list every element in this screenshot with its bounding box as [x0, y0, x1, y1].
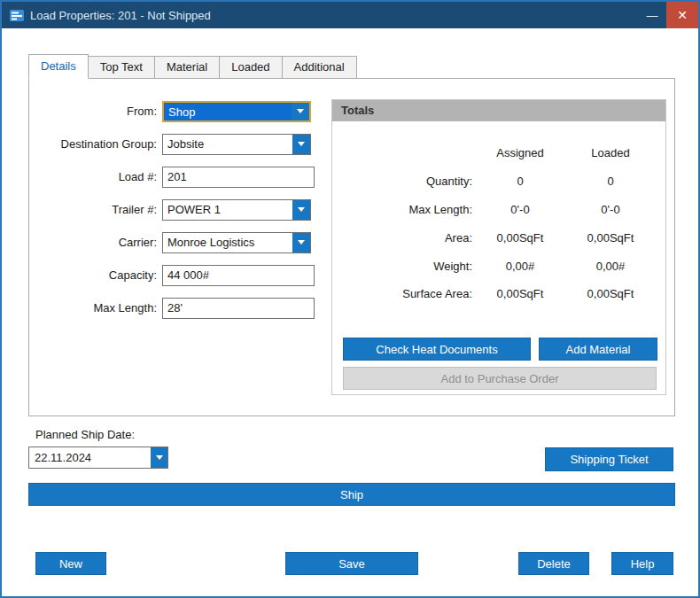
chevron-down-icon	[298, 240, 305, 245]
planned-ship-date-label: Planned Ship Date:	[35, 428, 135, 441]
details-tab-content: From: Shop Destination Group: Jobsite Lo…	[28, 78, 675, 416]
surface-area-label: Surface Area:	[338, 287, 476, 300]
from-combo[interactable]: Shop	[162, 101, 311, 122]
capacity-label: Capacity:	[29, 268, 162, 282]
tab-top-text[interactable]: Top Text	[89, 56, 155, 79]
load-number-row: Load #:	[29, 166, 315, 188]
loaded-column-header: Loaded	[564, 146, 657, 159]
load-number-label: Load #:	[29, 170, 162, 183]
max-length-assigned-value: 0'-0	[476, 203, 564, 216]
trailer-number-combo-dropdown-button[interactable]	[292, 200, 310, 220]
weight-label: Weight:	[338, 260, 476, 273]
chevron-down-icon	[297, 109, 304, 113]
destination-group-label: Destination Group:	[29, 137, 162, 151]
titlebar[interactable]: Load Properties: 201 - Not Shipped — ✕	[2, 2, 698, 28]
weight-assigned-value: 0,00#	[476, 260, 564, 273]
carrier-combo[interactable]: Monroe Logistics	[162, 232, 311, 253]
from-combo-dropdown-button[interactable]	[292, 103, 309, 120]
quantity-assigned-value: 0	[476, 175, 564, 188]
max-length-label: Max Length:	[29, 301, 162, 315]
planned-ship-date-dropdown-button[interactable]	[151, 447, 167, 468]
close-button[interactable]: ✕	[666, 2, 698, 28]
totals-column-headers: Assigned Loaded	[338, 144, 657, 161]
tab-material[interactable]: Material	[155, 56, 220, 79]
totals-button-row: Check Heat Documents Add Material	[343, 338, 657, 361]
area-label: Area:	[338, 231, 476, 245]
surface-area-row: Surface Area: 0,00SqFt 0,00SqFt	[338, 284, 657, 302]
load-properties-window: Load Properties: 201 - Not Shipped — ✕ D…	[0, 0, 700, 598]
save-button[interactable]: Save	[285, 552, 418, 575]
destination-group-row: Destination Group: Jobsite	[29, 133, 311, 155]
minimize-button[interactable]: —	[638, 2, 666, 28]
trailer-number-row: Trailer #: POWER 1	[29, 198, 311, 221]
chevron-down-icon	[298, 207, 305, 212]
chevron-down-icon	[298, 142, 305, 146]
from-combo-value: Shop	[164, 103, 292, 120]
shipping-ticket-button[interactable]: Shipping Ticket	[545, 447, 673, 471]
new-button[interactable]: New	[35, 552, 106, 575]
totals-panel: Totals Assigned Loaded Quantity: 0 0 Max…	[331, 99, 666, 395]
tab-strip: Details Top Text Material Loaded Additio…	[28, 54, 357, 79]
quantity-label: Quantity:	[338, 175, 476, 188]
trailer-number-combo[interactable]: POWER 1	[162, 199, 311, 221]
totals-title: Totals	[332, 100, 665, 121]
help-button[interactable]: Help	[611, 552, 673, 575]
destination-group-combo-value: Jobsite	[163, 135, 292, 154]
weight-loaded-value: 0,00#	[564, 260, 657, 273]
planned-ship-date-combo[interactable]: 22.11.2024	[28, 447, 168, 469]
max-length-row: Max Length:	[29, 297, 315, 319]
add-material-button[interactable]: Add Material	[539, 338, 657, 361]
capacity-input[interactable]	[162, 265, 315, 286]
tab-details[interactable]: Details	[28, 54, 89, 79]
delete-button[interactable]: Delete	[518, 552, 589, 575]
trailer-number-combo-value: POWER 1	[163, 200, 292, 220]
ship-button[interactable]: Ship	[28, 483, 675, 506]
planned-ship-date-value: 22.11.2024	[29, 447, 151, 468]
tab-additional[interactable]: Additional	[283, 56, 357, 79]
weight-row: Weight: 0,00# 0,00#	[338, 257, 657, 275]
carrier-combo-value: Monroe Logistics	[163, 233, 292, 252]
destination-group-combo-dropdown-button[interactable]	[292, 135, 310, 154]
capacity-row: Capacity:	[29, 264, 315, 286]
area-row: Area: 0,00SqFt 0,00SqFt	[338, 229, 657, 246]
carrier-combo-dropdown-button[interactable]	[292, 233, 310, 252]
trailer-number-label: Trailer #:	[29, 203, 162, 216]
surface-area-loaded-value: 0,00SqFt	[564, 287, 657, 300]
from-label: From:	[29, 105, 162, 118]
window-title: Load Properties: 201 - Not Shipped	[30, 9, 211, 22]
area-loaded-value: 0,00SqFt	[564, 231, 657, 245]
quantity-loaded-value: 0	[564, 175, 657, 188]
window-controls: — ✕	[638, 2, 698, 28]
area-assigned-value: 0,00SqFt	[476, 231, 564, 245]
max-length-totals-row: Max Length: 0'-0 0'-0	[338, 200, 657, 218]
max-length-input[interactable]	[162, 298, 315, 319]
load-number-input[interactable]	[162, 167, 315, 188]
chevron-down-icon	[156, 455, 163, 460]
tab-loaded[interactable]: Loaded	[220, 56, 282, 79]
surface-area-assigned-value: 0,00SqFt	[476, 287, 564, 300]
assigned-column-header: Assigned	[476, 146, 564, 159]
destination-group-combo[interactable]: Jobsite	[162, 134, 311, 155]
app-icon	[10, 10, 24, 21]
max-length-totals-label: Max Length:	[338, 203, 476, 216]
max-length-loaded-value: 0'-0	[564, 203, 657, 216]
carrier-row: Carrier: Monroe Logistics	[29, 231, 311, 253]
quantity-row: Quantity: 0 0	[338, 172, 657, 190]
from-row: From: Shop	[29, 100, 311, 122]
carrier-label: Carrier:	[29, 236, 162, 249]
check-heat-documents-button[interactable]: Check Heat Documents	[343, 338, 531, 361]
add-to-purchase-order-button: Add to Purchase Order	[343, 367, 657, 390]
